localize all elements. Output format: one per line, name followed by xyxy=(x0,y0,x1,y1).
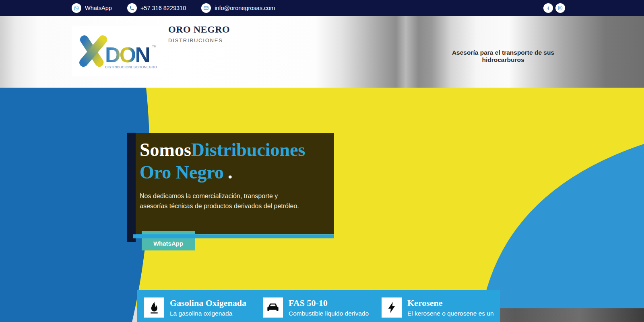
car-icon xyxy=(263,297,283,318)
product-subtitle: El kerosene o querosene es un xyxy=(407,310,494,317)
flame-icon xyxy=(144,297,164,318)
whatsapp-cta-label: WhatsApp xyxy=(153,240,183,247)
product-subtitle: La gasolina oxigenada xyxy=(170,310,246,317)
facebook-icon[interactable] xyxy=(543,3,553,13)
site-header: DON TM DISTRIBUCIONESORONEGRO ORO NEGRO … xyxy=(0,16,644,88)
instagram-icon[interactable] xyxy=(555,3,565,13)
phone-label: +57 316 8229310 xyxy=(140,5,186,11)
xdon-logo-graphic: DON TM DISTRIBUCIONESORONEGRO xyxy=(76,29,159,74)
hero-description-line1: Nos dedicamos la comercialización, trans… xyxy=(140,191,334,201)
product-title: Gasolina Oxigenada xyxy=(170,298,246,308)
logo-mark-text: DON xyxy=(105,43,149,66)
hero-card-shadow-edge xyxy=(127,133,136,242)
hero-section: SomosDistribuciones Oro Negro. Nos dedic… xyxy=(0,88,644,322)
phone-icon xyxy=(127,3,137,13)
whatsapp-icon xyxy=(72,3,81,13)
bolt-icon xyxy=(382,297,402,318)
product-card-kerosene[interactable]: Kerosene El kerosene o querosene es un xyxy=(382,297,500,322)
contact-group: WhatsApp +57 316 8229310 info@oronegrosa… xyxy=(72,0,275,16)
logo-tm: TM xyxy=(152,45,156,48)
social-group xyxy=(543,3,565,13)
email-icon xyxy=(201,3,211,13)
email-label: info@oronegrosas.com xyxy=(215,5,275,11)
brand-title: ORO NEGRO xyxy=(168,24,230,35)
whatsapp-label: WhatsApp xyxy=(85,5,112,11)
logo-subtext: DISTRIBUCIONESORONEGRO xyxy=(105,65,157,69)
hero-title-somos: Somos xyxy=(140,139,191,160)
hero-title-oro-negro: Oro Negro xyxy=(140,162,224,183)
product-card-fas-50-10[interactable]: FAS 50-10 Combustible liquido derivado xyxy=(263,297,382,322)
hero-card: SomosDistribuciones Oro Negro. Nos dedic… xyxy=(136,133,334,234)
whatsapp-contact[interactable]: WhatsApp xyxy=(72,3,112,13)
product-text: Kerosene El kerosene o querosene es un xyxy=(407,298,494,322)
hero-title-line2: Oro Negro. xyxy=(140,161,334,184)
product-bar: Gasolina Oxigenada La gasolina oxigenada… xyxy=(137,290,500,322)
header-tagline: Asesoría para el transporte de sus hidro… xyxy=(435,49,572,64)
hero-title-dot: . xyxy=(228,162,233,183)
brand-subtitle: DISTRIBUCIONES xyxy=(168,37,230,43)
hero-title-distribuciones: Distribuciones xyxy=(191,139,305,160)
product-subtitle: Combustible liquido derivado xyxy=(289,310,369,317)
phone-contact[interactable]: +57 316 8229310 xyxy=(127,3,186,13)
hero-description: Nos dedicamos la comercialización, trans… xyxy=(140,191,334,211)
product-text: Gasolina Oxigenada La gasolina oxigenada xyxy=(170,298,246,322)
top-contact-bar: WhatsApp +57 316 8229310 info@oronegrosa… xyxy=(0,0,644,16)
product-title: Kerosene xyxy=(407,298,443,308)
company-logo: DON TM DISTRIBUCIONESORONEGRO xyxy=(72,26,163,76)
product-title: FAS 50-10 xyxy=(289,298,328,308)
product-card-gasolina[interactable]: Gasolina Oxigenada La gasolina oxigenada xyxy=(144,297,263,322)
product-text: FAS 50-10 Combustible liquido derivado xyxy=(289,298,369,322)
blue-accent-stripe xyxy=(133,234,334,238)
hero-description-line2: asesorías técnicas de productos derivado… xyxy=(140,201,334,211)
email-contact[interactable]: info@oronegrosas.com xyxy=(201,3,275,13)
hero-title-line1: SomosDistribuciones xyxy=(140,139,334,161)
brand-block: ORO NEGRO DISTRIBUCIONES xyxy=(168,24,230,43)
